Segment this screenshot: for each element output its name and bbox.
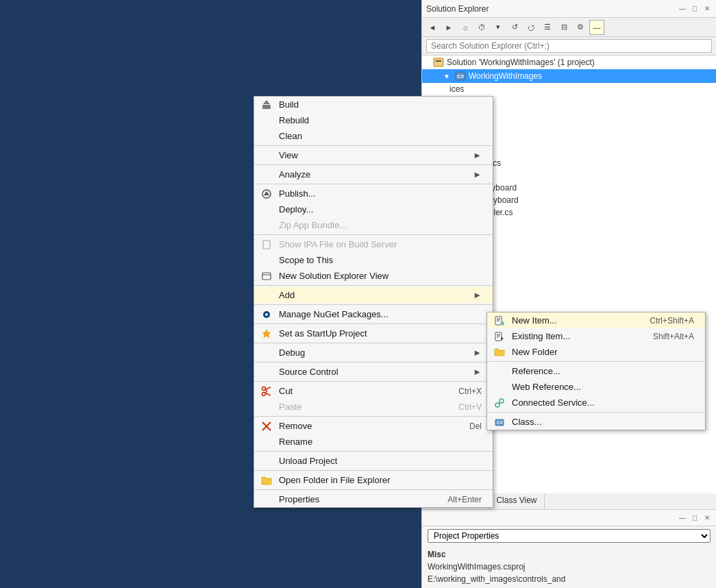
se-dropdown-button[interactable]: ▾ [491, 20, 506, 35]
cm-newsolutionview[interactable]: New Solution Explorer View [254, 268, 493, 284]
cm-managenuget-label: Manage NuGet Packages... [279, 309, 388, 319]
settings-icon [260, 327, 273, 341]
se-close-button[interactable]: ✕ [702, 4, 712, 14]
cm-sep11 [254, 416, 493, 417]
remove-icon [260, 419, 273, 433]
cm-sourcecontrol[interactable]: Source Control ► [254, 364, 493, 380]
se-back-button[interactable]: ◄ [425, 20, 440, 35]
se-project-item[interactable]: ▼ C# WorkingWithImages [422, 69, 716, 83]
cm-sep12 [254, 451, 493, 452]
cm-rebuild-label: Rebuild [279, 115, 309, 125]
cm-sourcecontrol-label: Source Control [279, 367, 338, 377]
se-search [422, 37, 716, 56]
se-title-text: Solution Explorer [426, 4, 489, 14]
cm-remove-label: Remove [279, 421, 312, 431]
cm-debug[interactable]: Debug ► [254, 345, 493, 360]
class-icon: C# [493, 415, 506, 429]
cm-add[interactable]: Add ► [254, 287, 493, 303]
se-property-select[interactable]: Project Properties [428, 529, 711, 543]
svg-point-34 [499, 399, 504, 403]
cm-deploy[interactable]: Deploy... [254, 201, 493, 217]
cm-scopetothis-label: Scope to This [279, 255, 333, 265]
add-class[interactable]: C# Class... [487, 414, 705, 430]
cm-sep13 [254, 470, 493, 471]
cm-showipafile: Show IPA File on Build Server [254, 236, 493, 252]
se-pin-button[interactable]: — [589, 20, 604, 35]
cm-scopetothis[interactable]: Scope to This [254, 252, 493, 268]
add-existingitem[interactable]: Existing Item... Shift+Alt+A [487, 328, 705, 344]
cm-clean[interactable]: Clean [254, 128, 493, 144]
folder-open-icon [260, 474, 273, 487]
se-history-button[interactable]: ⏱ [474, 20, 489, 35]
new-folder-icon [493, 345, 506, 359]
cm-build[interactable]: Build [254, 97, 493, 112]
window-icon [260, 269, 273, 283]
class-view-tab[interactable]: Class View [489, 493, 544, 509]
se-item-ices[interactable]: ices [422, 83, 716, 95]
se-bottom-content: Project Properties Misc WorkingWithImage… [422, 526, 716, 588]
cm-paste: Paste Ctrl+V [254, 399, 493, 415]
svg-text:C#: C# [497, 420, 503, 425]
se-property-row-2: E:\working_with_images\controls_and [428, 573, 711, 585]
add-connectedservice[interactable]: Connected Service... [487, 395, 705, 411]
add-newitem[interactable]: + New Item... Ctrl+Shift+A [487, 313, 705, 328]
cm-publish-label: Publish... [279, 188, 315, 199]
cm-unloadproject[interactable]: Unload Project [254, 453, 493, 469]
add-existingitem-label: Existing Item... [512, 331, 570, 341]
svg-line-19 [265, 391, 267, 393]
svg-point-33 [495, 403, 499, 407]
se-properties-button[interactable]: ⚙ [573, 20, 588, 35]
add-webreference[interactable]: Web Reference... [487, 379, 705, 395]
se-property-row-1: WorkingWithImages.csproj [428, 561, 711, 573]
cm-paste-label: Paste [279, 402, 301, 412]
svg-rect-8 [263, 241, 270, 249]
se-bottom-unpin-button[interactable]: ― [678, 513, 687, 523]
se-bottom-title-bar: ― ⎕ ✕ [422, 510, 716, 526]
se-solution-item[interactable]: Solution 'WorkingWithImages' (1 project) [422, 56, 716, 69]
se-sync2-button[interactable]: ☰ [540, 20, 555, 35]
svg-marker-7 [264, 191, 269, 195]
se-dock-button[interactable]: ⎕ [690, 4, 700, 14]
cm-rename[interactable]: Rename [254, 434, 493, 450]
cm-cut[interactable]: Cut Ctrl+X [254, 383, 493, 399]
cm-sep6 [254, 304, 493, 305]
cm-paste-shortcut: Ctrl+V [458, 402, 482, 412]
svg-point-15 [262, 387, 266, 390]
svg-rect-9 [262, 273, 271, 280]
se-bottom-pin-button[interactable]: ⎕ [690, 513, 700, 523]
cm-publish[interactable]: Publish... [254, 186, 493, 201]
cm-remove[interactable]: Remove Del [254, 418, 493, 434]
se-collapse-button[interactable]: ⊟ [556, 20, 571, 35]
cm-sep7 [254, 323, 493, 324]
cm-managenuget[interactable]: Manage NuGet Packages... [254, 306, 493, 322]
se-refresh-button[interactable]: ↺ [507, 20, 522, 35]
add-reference[interactable]: Reference... [487, 363, 705, 379]
build-icon [260, 98, 273, 112]
se-forward-button[interactable]: ► [441, 20, 456, 35]
cm-properties[interactable]: Properties Alt+Enter [254, 491, 493, 507]
cm-rebuild[interactable]: Rebuild [254, 112, 493, 128]
analyze-arrow-icon: ► [473, 169, 482, 180]
se-toolbar: ◄ ► ⌂ ⏱ ▾ ↺ ⭯ ☰ ⊟ ⚙ — [422, 18, 716, 37]
add-newfolder[interactable]: New Folder [487, 344, 705, 360]
svg-rect-1 [436, 60, 441, 62]
se-unpin-button[interactable]: ― [678, 4, 687, 14]
se-sync-button[interactable]: ⭯ [523, 20, 539, 35]
cm-deploy-label: Deploy... [279, 204, 313, 215]
se-home-button[interactable]: ⌂ [458, 20, 473, 35]
svg-rect-4 [262, 105, 271, 109]
context-menu-main: Build Rebuild Clean View ► Analyze ► Pub… [254, 96, 493, 508]
sourcecontrol-arrow-icon: ► [473, 367, 482, 377]
cm-sep2 [254, 164, 493, 165]
cm-view[interactable]: View ► [254, 147, 493, 163]
cm-properties-label: Properties [279, 494, 319, 504]
cm-setstartup[interactable]: Set as StartUp Project [254, 326, 493, 341]
solution-label: Solution 'WorkingWithImages' (1 project) [447, 58, 595, 67]
se-search-input[interactable] [426, 39, 712, 53]
cm-analyze[interactable]: Analyze ► [254, 167, 493, 182]
debug-arrow-icon: ► [473, 347, 482, 358]
expand-icon: ▼ [441, 71, 452, 82]
se-bottom-close-button[interactable]: ✕ [702, 513, 712, 523]
project-icon: C# [455, 71, 466, 82]
cm-openfolderinfileexplorer[interactable]: Open Folder in File Explorer [254, 472, 493, 488]
